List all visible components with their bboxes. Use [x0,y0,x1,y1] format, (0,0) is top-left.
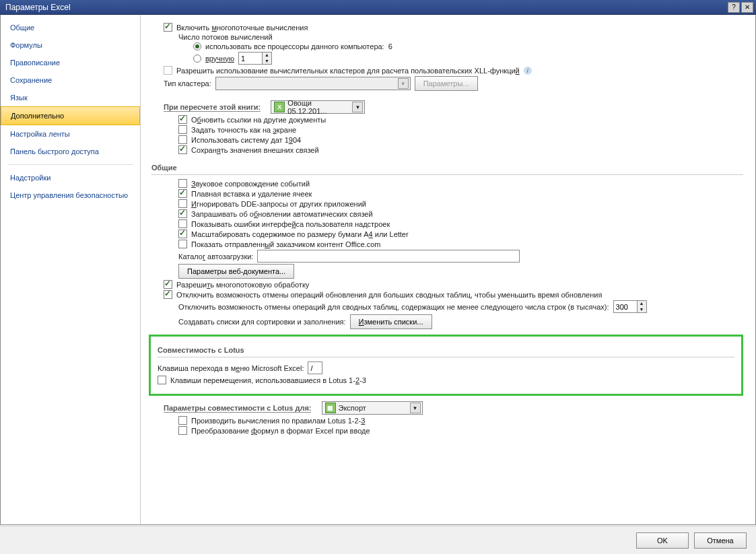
help-button[interactable]: ? [728,2,740,13]
lotus-nav-checkbox[interactable] [158,376,166,384]
sidebar-item-proofing[interactable]: Правописание [1,54,140,71]
workbook-name: Овощи 05.12.201... [287,99,349,115]
cluster-type-label: Тип кластера: [164,79,211,88]
thread-count-label: Число потоков вычислений [178,33,273,41]
addin-errors-checkbox[interactable] [178,219,187,228]
precision-label: Задать точность как на экране [191,126,296,134]
general-section-header: Общие [151,161,743,175]
menu-key-input[interactable] [308,361,322,374]
precision-checkbox[interactable] [178,125,187,134]
menu-key-label: Клавиша перехода в меню Microsoft Excel: [158,364,304,372]
lotus-convert-checkbox[interactable] [178,426,187,435]
manual-threads-input[interactable] [238,52,263,65]
sidebar-item-ribbon[interactable]: Настройка ленты [1,125,140,143]
info-icon[interactable]: i [524,67,532,75]
chevron-down-icon[interactable]: ▼ [352,102,363,112]
use-all-processors-radio[interactable] [193,42,201,50]
smooth-insert-checkbox[interactable] [178,189,187,198]
lotus-nav-label: Клавиши перемещения, использовавшиеся в … [170,376,366,384]
excel-icon: X [274,102,285,112]
multithread-calc-checkbox[interactable] [164,23,172,32]
sidebar-item-addins[interactable]: Надстройки [1,169,140,186]
office-content-label: Показать отправленный заказчиком контент… [191,240,380,248]
save-external-checkbox[interactable] [178,145,187,154]
cancel-button[interactable]: Отмена [694,532,747,549]
allow-cluster-label: Разрешить использование вычислительных к… [176,67,520,75]
titlebar: Параметры Excel ? ✕ [0,0,756,15]
processor-count: 6 [388,42,392,50]
startup-folder-input[interactable] [257,250,520,263]
sound-label: Звуковое сопровождение событий [191,180,310,188]
multithread-calc-label: Включить многопоточные вычисления [176,24,308,32]
web-params-button[interactable]: Параметры веб-документа... [178,264,294,279]
use-all-processors-label: использовать все процессоры данного комп… [205,42,384,50]
sidebar-item-language[interactable]: Язык [1,89,140,106]
disable-undo-rows-label: Отключить возможность отмены операций дл… [178,303,609,311]
sound-checkbox[interactable] [178,179,187,188]
startup-folder-label: Каталог автозагрузки: [178,252,253,261]
multithread-proc-checkbox[interactable] [164,280,172,289]
lotus-calc-label: Производить вычисления по правилам Lotus… [191,417,365,425]
disable-undo-large-label: Отключить возможность отмены операций об… [176,291,602,299]
sidebar-item-save[interactable]: Сохранение [1,71,140,89]
button-bar: OK Отмена [0,526,756,554]
cluster-type-combo: ▼ [215,77,411,90]
update-links-checkbox[interactable] [178,115,187,124]
lotus-section-header: Совместимость с Lotus [158,343,734,357]
allow-cluster-checkbox [164,66,172,75]
scale-a4-checkbox[interactable] [178,230,187,238]
manual-threads-spinner[interactable]: ▲▼ [238,52,272,65]
disable-undo-large-checkbox[interactable] [164,290,172,299]
content-panel: Включить многопоточные вычисления Число … [141,15,755,524]
cluster-params-button: Параметры... [415,76,478,91]
lotus-calc-checkbox[interactable] [178,416,187,425]
ask-update-checkbox[interactable] [178,209,187,218]
chevron-down-icon[interactable]: ▼ [410,403,421,413]
ask-update-label: Запрашивать об обновлении автоматических… [191,210,373,218]
recalc-header-label: При пересчете этой книги: [164,103,261,112]
ignore-dde-label: Игнорировать DDE-запросы от других прило… [191,200,366,208]
save-external-label: Сохранять значения внешних связей [191,146,319,154]
date1904-checkbox[interactable] [178,135,187,144]
multithread-proc-label: Разрешить многопотоковую обработку [176,281,309,289]
sidebar-item-trust[interactable]: Центр управления безопасностью [1,186,140,204]
sidebar-item-qat[interactable]: Панель быстрого доступа [1,143,140,160]
custom-lists-label: Создавать списки для сортировки и заполн… [178,318,346,326]
sheet-icon: ▦ [325,403,336,413]
addin-errors-label: Показывать ошибки интерфейса пользовател… [191,220,390,228]
sidebar-item-formulas[interactable]: Формулы [1,36,140,54]
ignore-dde-checkbox[interactable] [178,199,187,208]
undo-rows-input[interactable] [613,300,638,313]
ok-button[interactable]: OK [636,532,689,549]
lotus-convert-label: Преобразование формул в формат Excel при… [191,427,370,435]
update-links-label: Обновить ссылки на другие документы [191,116,326,124]
window-title: Параметры Excel [5,0,71,15]
scale-a4-label: Масштабировать содержимое по размеру бум… [191,230,409,238]
lotus-highlight-box: Совместимость с Lotus Клавиша перехода в… [149,335,743,396]
sidebar-item-general[interactable]: Общие [1,19,140,36]
lotus-sheet-name: Экспорт [339,404,407,412]
manual-threads-radio[interactable] [193,55,201,63]
sidebar-item-advanced[interactable]: Дополнительно [1,106,140,125]
workbook-combo[interactable]: X Овощи 05.12.201... ▼ [271,100,365,114]
sidebar: Общие Формулы Правописание Сохранение Яз… [1,15,141,524]
close-button[interactable]: ✕ [741,2,753,13]
manual-threads-label: вручную [205,55,234,63]
smooth-insert-label: Плавная вставка и удаление ячеек [191,190,312,198]
undo-rows-spinner[interactable]: ▲▼ [613,300,647,313]
date1904-label: Использовать систему дат 1904 [191,136,301,144]
edit-lists-button[interactable]: Изменить списки... [350,314,432,329]
office-content-checkbox[interactable] [178,240,187,248]
lotus-sheet-combo[interactable]: ▦ Экспорт ▼ [322,401,423,415]
lotus-params-header: Параметры совместимости с Lotus для: [164,404,311,413]
